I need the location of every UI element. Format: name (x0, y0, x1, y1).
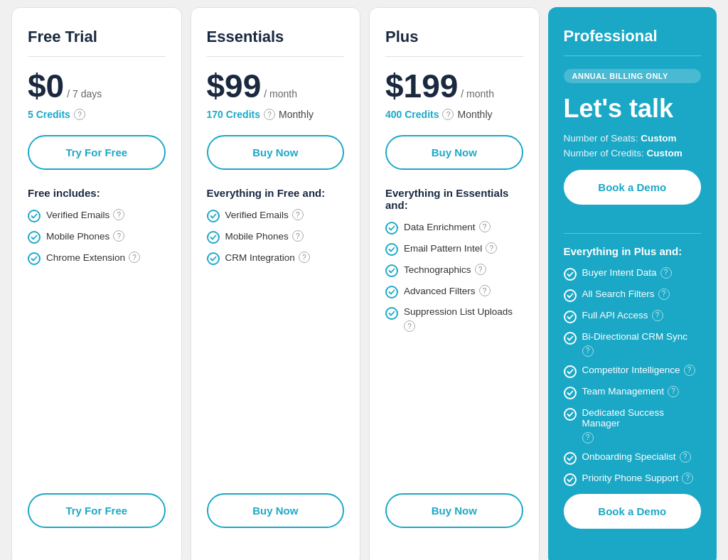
check-icon (207, 252, 220, 265)
feature-crm-integration-essentials: CRM Integration ? (207, 252, 345, 265)
credits-label-plus: 400 Credits (385, 109, 439, 120)
feature-question-icon[interactable]: ? (113, 209, 124, 220)
credits-row-plus: 400 Credits ? Monthly (385, 107, 523, 122)
features-heading-essentials: Everything in Free and: (207, 187, 345, 199)
feature-chrome-extension-free: Chrome Extension ? (28, 252, 166, 265)
feature-email-pattern-intel: Email Pattern Intel ? (385, 242, 523, 256)
feature-question-icon[interactable]: ? (682, 473, 693, 484)
price-amount-essentials: $99 (207, 70, 262, 102)
feature-all-search-filters: All Search Filters ? (564, 289, 702, 302)
credits-row-pro: Number of Credits: Custom (564, 148, 702, 158)
feature-name-text: Mobile Phones (46, 231, 109, 242)
feature-question-icon[interactable]: ? (479, 221, 491, 232)
annual-badge: ANNUAL BILLING ONLY (564, 69, 702, 83)
check-icon (385, 264, 398, 277)
feature-question-icon[interactable]: ? (292, 209, 304, 220)
cta-bottom-free[interactable]: Try For Free (28, 493, 166, 528)
plan-title-professional: Professional (564, 27, 702, 45)
feature-name-text: Mobile Phones (225, 231, 289, 242)
feature-question-icon[interactable]: ? (684, 365, 695, 376)
feature-name-text: Full API Access (582, 310, 648, 321)
divider (28, 56, 166, 57)
price-period-essentials: / month (264, 88, 297, 99)
plan-title-free: Free Trial (28, 28, 166, 46)
credits-row-essentials: 170 Credits ? Monthly (207, 107, 345, 122)
credits-label-essentials: 170 Credits (207, 109, 260, 120)
price-amount-free: $0 (28, 70, 64, 102)
lets-talk: Let's talk (564, 95, 702, 123)
feature-name-text: Email Pattern Intel (404, 243, 482, 254)
feature-name-text: Verified Emails (225, 210, 289, 220)
feature-suppression-list-uploads: Suppression List Uploads ? (385, 306, 523, 332)
feature-name-text: Priority Phone Support (582, 473, 679, 483)
feature-competitor-intelligence: Competitor Intelligence ? (564, 365, 702, 378)
feature-question-icon[interactable]: ? (652, 310, 663, 321)
feature-team-management: Team Management ? (564, 386, 702, 399)
feature-name-text: Suppression List Uploads (404, 306, 513, 317)
feature-question-icon[interactable]: ? (486, 242, 497, 254)
feature-verified-emails-essentials: Verified Emails ? (207, 209, 345, 222)
plan-card-plus: Plus $199 / month 400 Credits ? Monthly … (369, 7, 540, 560)
feature-priority-phone-support: Priority Phone Support ? (564, 473, 702, 486)
cta-bottom-plus[interactable]: Buy Now (385, 493, 523, 528)
feature-question-icon[interactable]: ? (299, 252, 310, 263)
feature-question-icon[interactable]: ? (582, 432, 594, 443)
credits-question-icon-free[interactable]: ? (74, 109, 85, 120)
feature-name-text: Technographics (404, 264, 471, 275)
feature-name-text: Data Enrichment (404, 222, 476, 232)
feature-question-icon[interactable]: ? (658, 289, 670, 300)
seats-label: Number of Seats: (564, 133, 638, 144)
credits-monthly-essentials: Monthly (279, 109, 314, 120)
check-icon (385, 243, 398, 256)
feature-name-text: All Search Filters (582, 289, 655, 299)
feature-name-text: Verified Emails (46, 210, 109, 220)
feature-onboarding-specialist: Onboarding Specialist ? (564, 451, 702, 465)
cta-top-essentials[interactable]: Buy Now (207, 135, 345, 170)
plan-title-essentials: Essentials (207, 28, 345, 46)
price-period-plus: / month (461, 88, 494, 99)
features-heading-professional: Everything in Plus and: (564, 245, 702, 257)
check-icon (564, 365, 577, 378)
pro-divider (564, 233, 702, 234)
feature-name-text: Bi-Directional CRM Sync (582, 331, 688, 342)
check-icon (385, 307, 398, 320)
credits-question-icon-essentials[interactable]: ? (264, 109, 275, 120)
feature-name-text: Competitor Intelligence (582, 365, 680, 375)
feature-name-text: Buyer Intent Data (582, 267, 657, 278)
feature-question-icon[interactable]: ? (475, 264, 486, 275)
feature-question-icon[interactable]: ? (660, 267, 672, 279)
feature-verified-emails-free: Verified Emails ? (28, 209, 166, 222)
feature-technographics: Technographics ? (385, 264, 523, 277)
cta-bottom-professional[interactable]: Book a Demo (564, 494, 702, 529)
feature-question-icon[interactable]: ? (668, 386, 679, 397)
feature-advanced-filters: Advanced Filters ? (385, 285, 523, 298)
check-icon (28, 231, 41, 244)
cta-top-free[interactable]: Try For Free (28, 135, 166, 170)
pricing-container: Free Trial $0 / 7 days 5 Credits ? Try F… (7, 7, 721, 560)
price-row-essentials: $99 / month (207, 70, 345, 102)
plan-card-free-trial: Free Trial $0 / 7 days 5 Credits ? Try F… (11, 7, 182, 560)
feature-question-icon[interactable]: ? (404, 321, 415, 332)
feature-question-icon[interactable]: ? (292, 230, 304, 242)
credits-question-icon-plus[interactable]: ? (442, 109, 454, 120)
cta-top-plus[interactable]: Buy Now (385, 135, 523, 170)
feature-question-icon[interactable]: ? (129, 252, 140, 263)
check-icon (564, 332, 577, 345)
feature-question-icon[interactable]: ? (113, 230, 124, 242)
cta-top-professional[interactable]: Book a Demo (564, 170, 702, 205)
feature-question-icon[interactable]: ? (582, 345, 594, 357)
feature-question-icon[interactable]: ? (479, 285, 491, 296)
feature-data-enrichment: Data Enrichment ? (385, 221, 523, 235)
check-icon (28, 210, 41, 222)
check-icon (564, 387, 577, 399)
check-icon (564, 452, 577, 465)
credits-value-pro: Custom (647, 148, 682, 158)
feature-mobile-phones-free: Mobile Phones ? (28, 230, 166, 244)
cta-bottom-essentials[interactable]: Buy Now (207, 493, 345, 528)
seats-value: Custom (641, 133, 676, 144)
price-period-free: / 7 days (67, 88, 102, 99)
credits-monthly-plus: Monthly (457, 109, 492, 120)
feature-question-icon[interactable]: ? (680, 451, 691, 463)
divider (385, 56, 523, 57)
check-icon (564, 268, 577, 281)
